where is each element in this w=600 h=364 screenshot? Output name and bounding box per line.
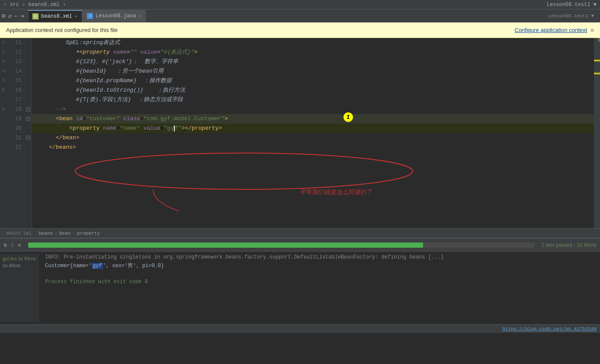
bottom-log-area: INFO: Pre-instantiating singletons in or…	[39, 253, 600, 322]
notification-gear[interactable]: ⚙	[590, 27, 594, 34]
linenum-15: 15	[7, 76, 22, 86]
run-label: gyf.tes 1s 84ms	[3, 255, 36, 262]
tab-beans8-label: beans8.xml	[41, 13, 72, 19]
code-line-21: </bean>	[32, 133, 594, 143]
linenum-17: 17	[7, 95, 22, 105]
java-file-icon: J	[87, 13, 93, 19]
mini-num-8: 8	[0, 105, 7, 114]
highlight-gyf: gyf	[92, 263, 103, 269]
test-result-text: 1 test passed - 1s 84ms	[542, 242, 597, 248]
code-line-11: SpEL:spring表达式	[32, 38, 594, 48]
mini-num-3: 3	[0, 57, 7, 67]
code-21-text: </bean>	[35, 134, 79, 141]
right-scrollbar[interactable]	[594, 38, 600, 228]
code-13-text: #{123}、#{'jack'}： 数字、字符串	[35, 58, 178, 65]
code-16-text: #{beanId.toString()} ：执行方法	[35, 87, 185, 93]
line-numbers: 11 12 13 14 15 16 17 18 19 20 21 22	[7, 38, 24, 228]
linenum-18: 18	[7, 105, 22, 114]
bottom-content-inner: gyf.tes 1s 84ms 1s 84ms INFO: Pre-instan…	[0, 253, 600, 322]
fold-15	[24, 76, 32, 86]
log-line-2: Customer{name='gyf', sex='男', pi=0.0}	[39, 261, 600, 270]
bottom-up-icon[interactable]: ↑	[10, 242, 14, 249]
editor-area: 1 2 3 4 5 6 8 11 12 13 14 15 16 17 18 19…	[0, 38, 600, 228]
xml-file-icon: X	[32, 13, 39, 19]
top-bar-right: Lesson08.test1 ▼	[547, 2, 597, 8]
svg-point-0	[75, 153, 413, 189]
notification-text: Application context not configured for t…	[6, 27, 118, 33]
fold-21[interactable]: −	[24, 133, 32, 143]
code-line-12: ➤<property name="" value="#{表达式}">	[32, 48, 594, 57]
scrollbar-marker-yellow2	[594, 73, 600, 74]
linenum-22: 22	[7, 143, 22, 152]
scrollbar-marker-yellow	[594, 60, 600, 61]
code-line-16: #{beanId.toString()} ：执行方法	[32, 86, 594, 95]
code-line-22: </beans>	[32, 143, 594, 152]
fold-20	[24, 124, 32, 133]
bottom-expand-icon[interactable]: »	[18, 242, 21, 249]
fold-12	[24, 48, 32, 57]
tab-bar: ⚙ ↺ ← ⇥ X beans8.xml ✕ J Lesson08.java ✕…	[0, 10, 600, 22]
fold-18[interactable]: −	[24, 105, 32, 114]
breadcrumb-sep-2: ›	[72, 231, 75, 236]
code-19-text: <bean id="customer" class="com.gyf.model…	[35, 115, 228, 122]
top-bar-path: › src › beans8.xml ›	[3, 2, 66, 8]
bottom-side-labels: gyf.tes 1s 84ms 1s 84ms	[0, 253, 39, 322]
bottom-sort-icon[interactable]: ⇅	[3, 241, 7, 249]
fold-13	[24, 57, 32, 67]
linenum-12: 12	[7, 48, 22, 57]
configure-link[interactable]: Configure application context	[515, 27, 587, 33]
log-line-4: Process finished with exit code 0	[39, 278, 600, 286]
status-link[interactable]: https://blog.csdn.net/qq_41753340	[502, 326, 597, 332]
status-bar: https://blog.csdn.net/qq_41753340	[0, 324, 600, 333]
code-15-text: #{beanId.propName} ：操作数据	[35, 77, 172, 84]
progress-bar-fill	[28, 243, 423, 248]
breadcrumb-beans[interactable]: beans	[39, 231, 53, 236]
log-line-1: INFO: Pre-instantiating singletons in or…	[39, 253, 600, 261]
mini-num-1: 1	[0, 38, 7, 48]
file-label: 80424.iml	[6, 231, 32, 236]
mini-num-4: 4	[0, 67, 7, 76]
annotation-comment: 平常我们就是这么写就行了	[300, 188, 373, 196]
fold-17	[24, 95, 32, 105]
code-line-20: <property name="name" value="gyf"></prop…	[32, 124, 594, 133]
code-line-18: -->	[32, 105, 594, 114]
breadcrumb-bar: 80424.iml beans › bean › property	[0, 228, 600, 238]
code-17-text: #{T(类).字段|方法} ：静态方法或字段	[35, 96, 183, 103]
bottom-panel: ⇅ ↑ » 1 test passed - 1s 84ms gyf.tes 1s…	[0, 238, 600, 324]
tab-lesson08[interactable]: J Lesson08.java ✕	[82, 10, 146, 22]
expand-icon[interactable]: ⇥	[20, 12, 24, 19]
tab-beans8[interactable]: X beans8.xml ✕	[28, 10, 82, 22]
tab-lesson08-close[interactable]: ✕	[138, 13, 141, 19]
tab-bar-right-text: Lesson08.test1 ▼	[548, 13, 598, 19]
tab-beans8-close[interactable]: ✕	[75, 14, 77, 19]
back-icon[interactable]: ←	[14, 13, 18, 19]
settings-icon[interactable]: ⚙	[2, 12, 5, 19]
code-20-text: <property name="name" value="gyf"></prop…	[35, 125, 222, 131]
breadcrumb-property[interactable]: property	[77, 231, 100, 236]
mini-left-gutter: 1 2 3 4 5 6 8	[0, 38, 7, 228]
fold-14	[24, 67, 32, 76]
mini-num-2: 2	[0, 48, 7, 57]
breadcrumb-bean[interactable]: bean	[59, 231, 71, 236]
fold-11	[24, 38, 32, 48]
mini-num-5: 5	[0, 76, 7, 86]
fold-19[interactable]: −	[24, 114, 32, 124]
linenum-20: 20	[7, 124, 22, 133]
linenum-13: 13	[7, 57, 22, 67]
run-time-label: 1s 84ms	[3, 262, 36, 269]
code-12-text: ➤<property name="" value="#{表达式}">	[35, 49, 198, 55]
linenum-19: 19	[7, 114, 22, 124]
linenum-21: 21	[7, 133, 22, 143]
scrollbar-marker-green	[598, 38, 600, 42]
yellow-cursor-indicator: I	[343, 112, 353, 122]
tab-lesson08-label: Lesson08.java	[96, 13, 136, 19]
code-content[interactable]: SpEL:spring表达式 ➤<property name="" value=…	[32, 38, 594, 228]
refresh-icon[interactable]: ↺	[8, 12, 11, 19]
fold-column: − − −	[24, 38, 32, 228]
progress-bar	[28, 243, 534, 248]
notification-bar: Application context not configured for t…	[0, 22, 600, 38]
tab-toolbar: ⚙ ↺ ← ⇥	[2, 12, 24, 19]
code-line-14: #{beanId} ：另一个bean引用	[32, 67, 594, 76]
code-22-text: </beans>	[35, 144, 76, 150]
fold-16	[24, 86, 32, 95]
